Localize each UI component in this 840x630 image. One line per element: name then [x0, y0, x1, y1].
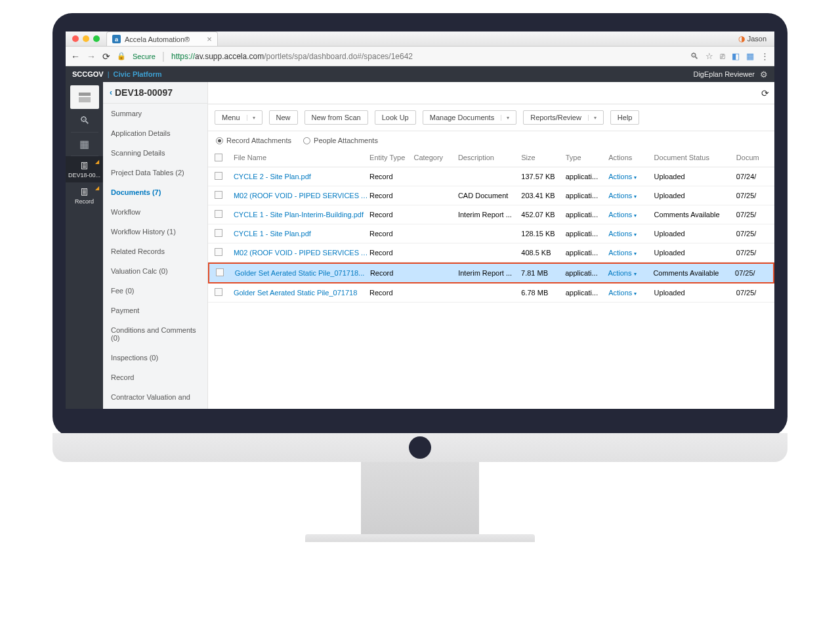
checkbox[interactable]: [215, 248, 222, 256]
sidebar-item[interactable]: Fee (0): [103, 281, 207, 301]
cast-icon[interactable]: ⎚: [720, 51, 725, 61]
help-button[interactable]: Help: [610, 110, 640, 125]
platform-bar: SCCGOV | Civic Platform DigEplan Reviewe…: [66, 66, 774, 82]
checkbox[interactable]: [215, 229, 222, 237]
ext2-icon[interactable]: ▦: [746, 51, 754, 61]
star-icon[interactable]: ☆: [705, 51, 713, 61]
browser-user: Jason: [747, 35, 766, 43]
url-field[interactable]: https://av.supp.accela.com/portlets/spa/…: [171, 52, 413, 61]
chevron-down-icon: ▾: [634, 175, 637, 180]
sidebar-item[interactable]: Documents (7): [103, 182, 207, 202]
chevron-down-icon: ▾: [634, 251, 637, 257]
file-link[interactable]: M02 (ROOF VOID - PIPED SERVICES AS DE...: [234, 192, 369, 200]
table-row[interactable]: Golder Set Aerated Static Pile_071718...…: [208, 262, 774, 284]
table-row[interactable]: CYCLE 1 - Site Plan.pdfRecord128.15 KBap…: [208, 224, 774, 243]
actions-dropdown[interactable]: Actions ▾: [608, 211, 654, 219]
radio-people-attachments[interactable]: People Attachments: [303, 136, 378, 144]
sidebar-item[interactable]: Contractor Valuation and: [103, 387, 207, 407]
radio-icon: [303, 137, 310, 144]
new-from-scan-button[interactable]: New from Scan: [304, 110, 368, 125]
pin-icon: ◢: [95, 159, 99, 165]
menu-button[interactable]: Menu▾: [215, 110, 262, 125]
actions-dropdown[interactable]: Actions ▾: [608, 289, 654, 297]
file-link[interactable]: Golder Set Aerated Static Pile_071718...: [235, 269, 370, 277]
sidebar-item[interactable]: Conditions and Comments (0): [103, 320, 207, 348]
checkbox-all[interactable]: [215, 154, 222, 161]
table-row[interactable]: Golder Set Aerated Static Pile_071718Rec…: [208, 284, 774, 303]
actions-dropdown[interactable]: Actions ▾: [608, 269, 653, 277]
file-link[interactable]: CYCLE 1 - Site Plan.pdf: [234, 230, 369, 238]
address-bar: ← → ⟳ 🔒 Secure | https://av.supp.accela.…: [66, 47, 774, 66]
search-icon[interactable]: 🔍︎: [690, 51, 699, 61]
table-row[interactable]: CYCLE 2 - Site Plan.pdfRecord137.57 KBap…: [208, 167, 774, 186]
checkbox[interactable]: [215, 210, 222, 218]
monitor-power: [409, 436, 431, 459]
close-icon[interactable]: ×: [207, 34, 212, 44]
rail-search-icon[interactable]: 🔍︎: [71, 109, 98, 133]
window-close[interactable]: [72, 35, 79, 42]
pin-icon: ◢: [95, 185, 99, 191]
file-link[interactable]: M02 (ROOF VOID - PIPED SERVICES AS FI...: [234, 249, 369, 257]
sidebar-item[interactable]: Inspections (0): [103, 348, 207, 368]
sidebar-item[interactable]: Scanning Details: [103, 143, 207, 163]
table-row[interactable]: M02 (ROOF VOID - PIPED SERVICES AS DE...…: [208, 186, 774, 205]
rail-home[interactable]: [70, 85, 99, 109]
file-link[interactable]: Golder Set Aerated Static Pile_071718: [234, 289, 369, 297]
rail-tile-record1[interactable]: ◢ 🗏 DEV18-00...: [66, 156, 103, 182]
reload-icon[interactable]: ⟳: [102, 51, 110, 62]
file-link[interactable]: CYCLE 1 - Site Plan-Interim-Building.pdf: [234, 211, 369, 219]
sidebar-item[interactable]: Related Records: [103, 242, 207, 261]
reports-review-button[interactable]: Reports/Review▾: [523, 110, 604, 125]
chevron-left-icon: ‹: [110, 88, 112, 97]
left-rail: 🔍︎ ▦ ◢ 🗏 DEV18-00... ◢ 🗏 Record: [66, 82, 103, 409]
sidebar-item[interactable]: Payment: [103, 301, 207, 320]
gear-icon[interactable]: ⚙: [760, 70, 768, 79]
window-maximize[interactable]: [93, 35, 100, 42]
sidebar-item[interactable]: Record: [103, 368, 207, 387]
rail-tile-record2[interactable]: ◢ 🗏 Record: [66, 182, 103, 209]
sidebar-item[interactable]: Application Details: [103, 123, 207, 143]
forward-icon[interactable]: →: [87, 51, 96, 62]
table-row[interactable]: CYCLE 1 - Site Plan-Interim-Building.pdf…: [208, 205, 774, 224]
file-link[interactable]: CYCLE 2 - Site Plan.pdf: [234, 173, 369, 180]
tab-favicon-icon: a: [112, 35, 121, 43]
chevron-down-icon: ▾: [634, 194, 637, 200]
sidebar-item[interactable]: Valuation Calc (0): [103, 261, 207, 281]
sidebar-item[interactable]: Workflow History (1): [103, 222, 207, 242]
browser-tab[interactable]: a Accela Automation® ×: [106, 32, 218, 46]
chevron-down-icon: ▾: [588, 115, 597, 121]
actions-dropdown[interactable]: Actions ▾: [608, 173, 654, 180]
sidebar: ‹ DEV18-00097 SummaryApplication Details…: [103, 82, 208, 409]
lookup-button[interactable]: Look Up: [375, 110, 416, 125]
menu-dots-icon[interactable]: ⋮: [761, 51, 769, 61]
sidebar-item[interactable]: Workflow: [103, 202, 207, 222]
back-icon[interactable]: ←: [71, 51, 80, 62]
radio-record-attachments[interactable]: Record Attachments: [216, 136, 291, 144]
secure-label: Secure: [133, 52, 156, 60]
radio-icon: [216, 137, 223, 144]
checkbox[interactable]: [216, 268, 224, 276]
ext1-icon[interactable]: ◧: [732, 51, 740, 61]
sync-icon: ◑: [738, 34, 745, 43]
sidebar-item[interactable]: Summary: [103, 104, 207, 123]
sidebar-item[interactable]: Project Data Tables (2): [103, 163, 207, 182]
refresh-icon[interactable]: ⟳: [761, 88, 769, 98]
checkbox[interactable]: [215, 172, 222, 180]
actions-dropdown[interactable]: Actions ▾: [608, 192, 654, 200]
table-row[interactable]: M02 (ROOF VOID - PIPED SERVICES AS FI...…: [208, 243, 774, 262]
main-panel: ⟳ Menu▾ New New from Scan Look Up Manage…: [208, 82, 774, 409]
platform-user[interactable]: DigEplan Reviewer: [693, 70, 755, 78]
actions-dropdown[interactable]: Actions ▾: [608, 249, 654, 257]
platform-org: SCCGOV: [72, 70, 104, 78]
checkbox[interactable]: [215, 191, 222, 199]
manage-documents-button[interactable]: Manage Documents▾: [423, 110, 516, 125]
new-button[interactable]: New: [269, 110, 298, 125]
platform-name[interactable]: Civic Platform: [114, 70, 162, 78]
actions-dropdown[interactable]: Actions ▾: [608, 230, 654, 238]
checkbox[interactable]: [215, 288, 222, 296]
chevron-down-icon: ▾: [247, 115, 255, 121]
rail-grid-icon[interactable]: ▦: [71, 133, 98, 156]
sidebar-header[interactable]: ‹ DEV18-00097: [103, 82, 207, 104]
window-minimize[interactable]: [83, 35, 89, 42]
chevron-down-icon: ▾: [634, 291, 637, 297]
